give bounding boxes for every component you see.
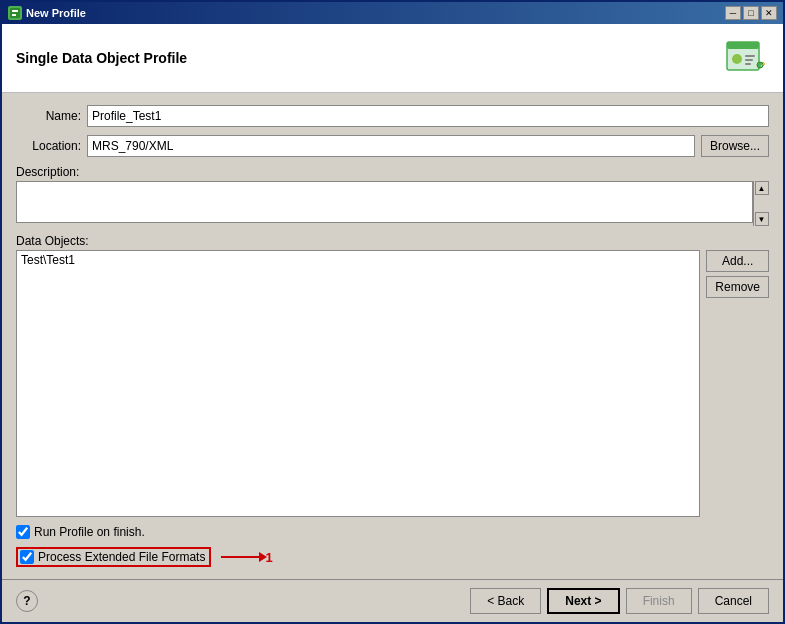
form-area: Name: Location: Browse... Description: ▲… bbox=[2, 93, 783, 579]
maximize-button[interactable]: □ bbox=[743, 6, 759, 20]
name-row: Name: bbox=[16, 105, 769, 127]
process-extended-checkbox[interactable] bbox=[20, 550, 34, 564]
svg-rect-4 bbox=[727, 42, 759, 49]
page-title: Single Data Object Profile bbox=[16, 50, 187, 66]
annotation-arrow: 1 bbox=[221, 550, 272, 565]
window-content: Single Data Object Profile ✓ Na bbox=[2, 24, 783, 622]
checkbox-highlight-box: Process Extended File Formats bbox=[16, 547, 211, 567]
scroll-down-arrow[interactable]: ▼ bbox=[755, 212, 769, 226]
run-profile-label[interactable]: Run Profile on finish. bbox=[34, 525, 145, 539]
header-section: Single Data Object Profile ✓ bbox=[2, 24, 783, 93]
back-button[interactable]: < Back bbox=[470, 588, 541, 614]
location-input[interactable] bbox=[87, 135, 695, 157]
svg-rect-1 bbox=[12, 10, 18, 12]
next-button[interactable]: Next > bbox=[547, 588, 619, 614]
list-item: Test\Test1 bbox=[21, 253, 695, 267]
help-button[interactable]: ? bbox=[16, 590, 38, 612]
process-extended-label[interactable]: Process Extended File Formats bbox=[38, 550, 205, 564]
name-label: Name: bbox=[16, 109, 81, 123]
close-button[interactable]: ✕ bbox=[761, 6, 777, 20]
data-objects-section: Data Objects: Test\Test1 Add... Remove bbox=[16, 234, 769, 517]
svg-rect-2 bbox=[12, 14, 16, 16]
location-label: Location: bbox=[16, 139, 81, 153]
title-bar-controls: ─ □ ✕ bbox=[725, 6, 777, 20]
description-label: Description: bbox=[16, 165, 769, 179]
location-row: Location: Browse... bbox=[16, 135, 769, 157]
data-objects-row: Test\Test1 Add... Remove bbox=[16, 250, 769, 517]
description-section: Description: ▲ ▼ bbox=[16, 165, 769, 226]
description-wrapper: ▲ ▼ bbox=[16, 181, 769, 226]
scroll-up-arrow[interactable]: ▲ bbox=[755, 181, 769, 195]
dv-icon bbox=[8, 6, 22, 20]
footer-left: ? bbox=[16, 590, 38, 612]
arrow-line bbox=[221, 556, 261, 558]
profile-card-icon: ✓ bbox=[721, 34, 769, 82]
add-button[interactable]: Add... bbox=[706, 250, 769, 272]
svg-text:✓: ✓ bbox=[760, 63, 763, 68]
data-objects-buttons: Add... Remove bbox=[706, 250, 769, 517]
svg-point-5 bbox=[732, 54, 742, 64]
title-bar: New Profile ─ □ ✕ bbox=[2, 2, 783, 24]
data-objects-list[interactable]: Test\Test1 bbox=[16, 250, 700, 517]
main-window: New Profile ─ □ ✕ Single Data Object Pro… bbox=[0, 0, 785, 624]
svg-rect-6 bbox=[745, 55, 755, 57]
description-textarea[interactable] bbox=[16, 181, 753, 223]
finish-button[interactable]: Finish bbox=[626, 588, 692, 614]
description-scrollbar: ▲ ▼ bbox=[753, 181, 769, 226]
browse-button[interactable]: Browse... bbox=[701, 135, 769, 157]
name-input[interactable] bbox=[87, 105, 769, 127]
svg-rect-7 bbox=[745, 59, 753, 61]
cancel-button[interactable]: Cancel bbox=[698, 588, 769, 614]
remove-button[interactable]: Remove bbox=[706, 276, 769, 298]
footer-buttons: < Back Next > Finish Cancel bbox=[470, 588, 769, 614]
svg-rect-0 bbox=[10, 8, 20, 18]
minimize-button[interactable]: ─ bbox=[725, 6, 741, 20]
svg-rect-8 bbox=[745, 63, 751, 65]
process-extended-row: Process Extended File Formats 1 bbox=[16, 547, 769, 567]
title-bar-left: New Profile bbox=[8, 6, 86, 20]
window-title: New Profile bbox=[26, 7, 86, 19]
footer-area: ? < Back Next > Finish Cancel bbox=[2, 579, 783, 622]
run-profile-checkbox[interactable] bbox=[16, 525, 30, 539]
run-profile-row: Run Profile on finish. bbox=[16, 525, 769, 539]
data-objects-label: Data Objects: bbox=[16, 234, 769, 248]
